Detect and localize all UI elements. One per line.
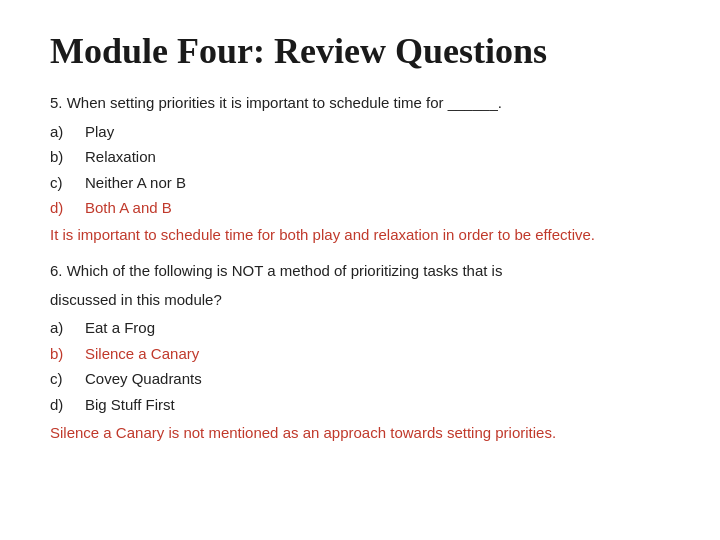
option-5c-letter: c) [50, 172, 85, 195]
option-5c: c) Neither A nor B [50, 172, 670, 195]
content-area: 5. When setting priorities it is importa… [50, 92, 670, 445]
option-6c: c) Covey Quadrants [50, 368, 670, 391]
option-5b: b) Relaxation [50, 146, 670, 169]
option-6d-text: Big Stuff First [85, 394, 175, 417]
option-5d-letter: d) [50, 197, 85, 220]
option-6a-text: Eat a Frog [85, 317, 155, 340]
option-5a: a) Play [50, 121, 670, 144]
option-6b: b) Silence a Canary [50, 343, 670, 366]
question-6-line2: discussed in this module? [50, 289, 670, 312]
option-6b-letter: b) [50, 343, 85, 366]
option-6a: a) Eat a Frog [50, 317, 670, 340]
option-5d: d) Both A and B [50, 197, 670, 220]
option-6d: d) Big Stuff First [50, 394, 670, 417]
answer-6-explanation: Silence a Canary is not mentioned as an … [50, 422, 670, 445]
option-5a-text: Play [85, 121, 114, 144]
question-6-text-line1: 6. Which of the following is NOT a metho… [50, 262, 502, 279]
question-5: 5. When setting priorities it is importa… [50, 92, 670, 115]
answer-5-explanation: It is important to schedule time for bot… [50, 224, 670, 247]
option-5b-text: Relaxation [85, 146, 156, 169]
option-5d-text: Both A and B [85, 197, 172, 220]
option-6d-letter: d) [50, 394, 85, 417]
question-5-text: 5. When setting priorities it is importa… [50, 94, 502, 111]
question-6-text-line2: discussed in this module? [50, 291, 222, 308]
option-5a-letter: a) [50, 121, 85, 144]
option-6a-letter: a) [50, 317, 85, 340]
question-6-line1: 6. Which of the following is NOT a metho… [50, 260, 670, 283]
option-5b-letter: b) [50, 146, 85, 169]
page-title: Module Four: Review Questions [50, 30, 670, 72]
option-6c-letter: c) [50, 368, 85, 391]
option-6b-text: Silence a Canary [85, 343, 199, 366]
option-6c-text: Covey Quadrants [85, 368, 202, 391]
option-5c-text: Neither A nor B [85, 172, 186, 195]
page: Module Four: Review Questions 5. When se… [0, 0, 720, 540]
